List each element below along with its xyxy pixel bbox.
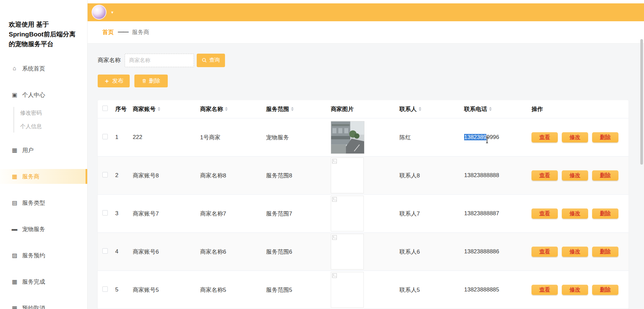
row-actions: 查看修改删除 xyxy=(530,233,629,271)
sort-icon[interactable] xyxy=(225,107,228,111)
grid-icon: ▦ xyxy=(10,147,19,154)
delete-row-button[interactable]: 删除 xyxy=(592,285,618,295)
broken-image-placeholder xyxy=(331,234,364,270)
row-actions: 查看修改删除 xyxy=(530,271,629,309)
delete-row-button[interactable]: 删除 xyxy=(592,247,618,257)
row-checkbox[interactable] xyxy=(102,172,108,177)
page: 欢迎使用 基于 SpringBoot前后端分离 的宠物服务平台 ⌂系统首页▣个人… xyxy=(0,0,644,309)
merchant-name: 商家名称7 xyxy=(199,195,265,233)
sidebar: 欢迎使用 基于 SpringBoot前后端分离 的宠物服务平台 ⌂系统首页▣个人… xyxy=(0,0,88,309)
contact-phone: 13823899996 xyxy=(463,118,530,157)
grid-icon: ▦ xyxy=(10,173,19,180)
table-header-row: 序号商家账号商家名称服务范围商家图片联系人联系电话操作 xyxy=(98,100,629,118)
column-header-label: 服务范围 xyxy=(266,105,289,113)
publish-button[interactable]: ＋ 发布 xyxy=(98,75,130,87)
sidebar-item-修改密码[interactable]: 修改密码 xyxy=(19,107,87,119)
contact-person: 联系人6 xyxy=(398,233,463,271)
action-row: ＋ 发布 删除 xyxy=(98,75,629,87)
contact-phone: 13823888887 xyxy=(463,195,530,233)
column-header-商家名称[interactable]: 商家名称 xyxy=(199,100,265,118)
broken-image-icon xyxy=(332,235,337,240)
chevron-down-icon[interactable]: ▾ xyxy=(111,10,114,15)
delete-row-button[interactable]: 删除 xyxy=(592,170,618,180)
header-checkbox[interactable] xyxy=(102,106,108,111)
sidebar-item-预约取消[interactable]: ▦预约取消 xyxy=(0,301,87,309)
contact-person: 联系人7 xyxy=(398,195,463,233)
edit-button[interactable]: 修改 xyxy=(562,170,588,180)
vertical-scrollbar-thumb[interactable] xyxy=(640,39,643,165)
contact-phone: 13823888886 xyxy=(463,233,530,271)
user-avatar[interactable] xyxy=(92,5,106,20)
merchant-image-cell xyxy=(329,271,398,309)
sidebar-item-用户[interactable]: ▦用户 xyxy=(0,143,87,158)
edit-button[interactable]: 修改 xyxy=(562,132,588,142)
service-scope: 服务范围8 xyxy=(265,157,329,195)
breadcrumb-home[interactable]: 首页 xyxy=(102,28,114,36)
merchant-account: 商家账号7 xyxy=(131,195,199,233)
home-icon: ⌂ xyxy=(10,65,19,72)
row-checkbox-cell xyxy=(98,118,114,157)
column-header-操作: 操作 xyxy=(530,100,629,118)
contact-phone: 13823888885 xyxy=(463,271,530,309)
column-header-联系电话[interactable]: 联系电话 xyxy=(463,100,530,118)
delete-row-button[interactable]: 删除 xyxy=(592,208,618,219)
edit-button[interactable]: 修改 xyxy=(562,208,588,219)
view-button[interactable]: 查看 xyxy=(532,170,558,180)
search-icon xyxy=(202,58,207,63)
column-header-联系人[interactable]: 联系人 xyxy=(398,100,463,118)
row-checkbox[interactable] xyxy=(102,210,108,216)
sidebar-menu: ⌂系统首页▣个人中心修改密码个人信息▦用户▦服务商▤服务类型▬宠物服务▨服务预约… xyxy=(0,61,87,309)
merchant-image-cell xyxy=(329,195,398,233)
view-button[interactable]: 查看 xyxy=(532,208,558,219)
sidebar-item-服务完成[interactable]: ▦服务完成 xyxy=(0,274,87,289)
sidebar-item-服务预约[interactable]: ▨服务预约 xyxy=(0,248,87,263)
sort-icon[interactable] xyxy=(158,107,160,111)
sidebar-item-宠物服务[interactable]: ▬宠物服务 xyxy=(0,222,87,236)
search-button[interactable]: 查询 xyxy=(197,54,225,67)
merchant-photo xyxy=(331,121,364,154)
edit-button[interactable]: 修改 xyxy=(562,247,588,257)
sidebar-item-系统首页[interactable]: ⌂系统首页 xyxy=(0,61,87,76)
view-button[interactable]: 查看 xyxy=(532,285,558,295)
edit-button[interactable]: 修改 xyxy=(562,285,588,295)
breadcrumb-current: 服务商 xyxy=(132,28,149,36)
view-button[interactable]: 查看 xyxy=(532,132,558,142)
sidebar-item-服务类型[interactable]: ▤服务类型 xyxy=(0,195,87,210)
column-header-序号: 序号 xyxy=(114,100,131,118)
column-header-label: 操作 xyxy=(532,105,543,113)
row-checkbox-cell xyxy=(98,157,114,195)
sort-icon[interactable] xyxy=(291,107,294,111)
column-header-label: 联系电话 xyxy=(464,105,487,113)
column-header-商家账号[interactable]: 商家账号 xyxy=(131,100,199,118)
topbar: ▾ xyxy=(88,3,644,22)
delete-button-label: 删除 xyxy=(149,77,160,85)
merchant-image-cell xyxy=(329,118,398,157)
row-checkbox[interactable] xyxy=(102,134,108,139)
merchant-account: 商家账号8 xyxy=(131,157,199,195)
sidebar-item-个人中心[interactable]: ▣个人中心 xyxy=(0,87,87,102)
delete-button[interactable]: 删除 xyxy=(134,75,168,87)
column-header-服务范围[interactable]: 服务范围 xyxy=(265,100,329,118)
table-row: 4商家账号6商家名称6服务范围6联系人613823888886查看修改删除 xyxy=(98,233,629,271)
delete-row-button[interactable]: 删除 xyxy=(592,132,618,142)
row-checkbox[interactable] xyxy=(102,248,108,254)
search-input[interactable] xyxy=(125,54,194,67)
sort-icon[interactable] xyxy=(489,107,492,111)
column-header-label: 商家名称 xyxy=(200,105,223,113)
table-row: 2商家账号8商家名称8服务范围8联系人813823888888查看修改删除 xyxy=(98,157,629,195)
panel-icon: ▣ xyxy=(10,91,19,99)
contact-person: 陈红 xyxy=(398,118,463,157)
selected-text: 1382389 xyxy=(464,134,486,140)
column-header-label: 联系人 xyxy=(399,105,417,113)
sidebar-item-服务商[interactable]: ▦服务商 xyxy=(0,169,87,184)
table-row: 12221号商家宠物服务陈红13823899996查看修改删除 xyxy=(98,118,629,157)
trash-icon xyxy=(142,79,147,83)
publish-button-label: 发布 xyxy=(112,77,124,85)
sidebar-item-个人信息[interactable]: 个人信息 xyxy=(19,120,87,133)
sort-icon[interactable] xyxy=(419,107,421,111)
sidebar-item-label: 系统首页 xyxy=(22,65,45,73)
breadcrumb-separator: —— xyxy=(118,29,128,35)
view-button[interactable]: 查看 xyxy=(532,247,558,257)
row-checkbox[interactable] xyxy=(102,286,108,292)
sidebar-item-label: 预约取消 xyxy=(22,304,45,309)
